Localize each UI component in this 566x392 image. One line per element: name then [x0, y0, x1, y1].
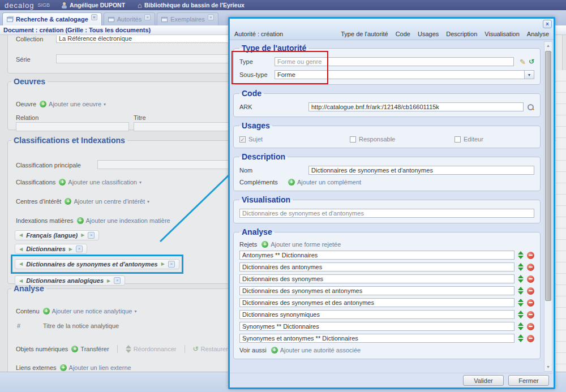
ark-input[interactable] [308, 102, 524, 111]
remove-icon[interactable] [527, 335, 534, 342]
rejet-input[interactable] [239, 298, 514, 307]
move-left-icon[interactable]: ◀ [19, 261, 23, 266]
rejet-input[interactable] [239, 310, 514, 319]
add-oeuvre-button[interactable]: + Ajouter une oeuvre ▾ [40, 101, 106, 107]
rejet-row [239, 310, 534, 319]
reorder-icon[interactable] [518, 251, 524, 259]
remove-icon[interactable] [527, 264, 534, 271]
nav-code[interactable]: Code [396, 31, 410, 37]
add-classification-button[interactable]: + Ajouter une classification ▾ [59, 179, 142, 186]
rejet-input[interactable] [239, 262, 514, 272]
tab-label: Autorités [117, 16, 142, 23]
scroll-up-icon[interactable]: ▲ [544, 42, 552, 50]
nav-description[interactable]: Description [446, 31, 477, 37]
nom-input[interactable] [308, 166, 534, 175]
checkbox-responsable[interactable]: Responsable [350, 136, 454, 143]
indexation-tag[interactable]: ◀ Français (langue) ▶ × [15, 230, 99, 240]
nav-visualisation[interactable]: Visualisation [484, 31, 520, 37]
move-right-icon[interactable]: ▶ [81, 232, 84, 238]
chevron-down-icon: ▾ [139, 180, 142, 185]
reset-undo-icon[interactable]: ↺ [529, 58, 534, 66]
rejet-input[interactable] [239, 286, 514, 295]
reorder-icon[interactable] [518, 322, 524, 330]
add-notice-analytique-button[interactable]: + Ajouter une notice analytique ▾ [43, 308, 137, 315]
tab-close-icon[interactable]: × [91, 14, 97, 20]
scrollbar-thumb[interactable] [545, 51, 551, 301]
current-user[interactable]: Angélique DUPONT [61, 2, 125, 8]
rejet-input[interactable] [239, 274, 514, 283]
nav-usages[interactable]: Usages [418, 31, 439, 37]
nav-type-autorite[interactable]: Type de l'autorité [341, 31, 388, 37]
dialog-scrollbar[interactable]: ▲ ▼ [544, 41, 552, 372]
classifications-legend: Classifications et Indexations [11, 136, 127, 145]
serie-label: Série [16, 56, 31, 63]
search-icon[interactable] [527, 104, 534, 111]
add-centre-interet-button[interactable]: + Ajouter un centre d'intérêt ▾ [65, 198, 149, 205]
reorder-icon[interactable] [518, 275, 524, 283]
remove-icon[interactable] [527, 252, 534, 259]
tab-autorites[interactable]: Autorités × [104, 12, 155, 25]
add-indexation-button[interactable]: + Ajouter une indexation matière [77, 217, 170, 224]
checkbox-checked-icon[interactable]: ✓ [239, 136, 246, 143]
remove-tag-icon[interactable]: × [76, 245, 83, 252]
add-forme-rejetee-button[interactable]: + Ajouter une forme rejetée [261, 241, 341, 248]
rejet-input[interactable] [239, 322, 514, 331]
move-left-icon[interactable]: ◀ [19, 247, 23, 252]
checkbox-sujet[interactable]: ✓ Sujet [239, 136, 350, 143]
scroll-down-icon[interactable]: ▼ [544, 363, 552, 371]
tab-exemplaires[interactable]: Exemplaires × [157, 12, 218, 25]
description-legend: Description [239, 152, 288, 161]
move-right-icon[interactable]: ▶ [69, 247, 72, 252]
dropdown-caret-icon[interactable]: ▼ [524, 70, 534, 79]
rejet-input[interactable] [239, 251, 514, 260]
sous-type-select[interactable]: ▼ [275, 70, 534, 79]
indexation-tag[interactable]: ◀ Dictionnaires ▶ × [15, 244, 87, 254]
add-autorite-associee-button[interactable]: + Ajouter une autorité associée [271, 347, 361, 354]
remove-tag-icon[interactable]: × [114, 277, 121, 284]
edit-pencil-icon[interactable]: ✎ [520, 58, 526, 66]
fermer-button[interactable]: Fermer [508, 375, 549, 386]
rejet-input[interactable] [239, 334, 514, 343]
tab-close-icon[interactable]: × [208, 14, 214, 20]
rejets-label: Rejets [239, 241, 257, 248]
remove-icon[interactable] [527, 299, 534, 307]
dialog-close-icon[interactable]: × [543, 20, 552, 28]
code-legend: Code [239, 89, 264, 98]
cascade-window-icon [7, 17, 13, 22]
add-complement-button[interactable]: + Ajouter un complément [288, 179, 361, 186]
transferer-button[interactable]: + Transférer [71, 346, 109, 352]
current-library[interactable]: ⌂ Bibliothèque du bassin de l'Eyrieux [138, 2, 245, 8]
move-left-icon[interactable]: ◀ [19, 278, 23, 283]
relation-input[interactable] [16, 122, 129, 131]
reorder-icon[interactable] [518, 311, 524, 318]
reorder-icon[interactable] [518, 263, 524, 271]
checkbox-icon[interactable] [350, 136, 356, 143]
autorite-creation-dialog: × Autorité : création Type de l'autorité… [228, 17, 555, 389]
reorder-icon[interactable] [518, 287, 524, 295]
move-left-icon[interactable]: ◀ [19, 232, 23, 238]
valider-button[interactable]: Valider [463, 375, 504, 386]
checkbox-editeur[interactable]: Editeur [454, 136, 483, 143]
sort-icon [126, 345, 131, 353]
indexation-tag-highlighted[interactable]: ◀ Dictionnaires de synonymes et d'antony… [15, 259, 179, 269]
nav-analyse[interactable]: Analyse [527, 31, 549, 37]
remove-icon[interactable] [527, 275, 534, 283]
tab-recherche-catalogage[interactable]: Recherche & catalogage × [2, 12, 102, 25]
remove-tag-icon[interactable]: × [88, 232, 95, 239]
add-lien-externe-button[interactable]: + Ajouter un lien externe [60, 364, 131, 371]
remove-icon[interactable] [527, 287, 534, 295]
reorder-icon[interactable] [518, 334, 524, 342]
tab-close-icon[interactable]: × [144, 14, 151, 20]
sous-type-value[interactable] [275, 70, 524, 79]
remove-icon[interactable] [527, 323, 534, 330]
move-right-icon[interactable]: ▶ [107, 278, 110, 283]
checkbox-icon[interactable] [454, 136, 461, 143]
remove-icon[interactable] [527, 311, 534, 318]
remove-tag-icon[interactable]: × [168, 261, 175, 268]
dialog-section-nav: Type de l'autorité Code Usages Descripti… [341, 31, 549, 37]
fieldset-usages: Usages ✓ Sujet Responsable Editeur [233, 121, 541, 148]
move-right-icon[interactable]: ▶ [161, 261, 165, 266]
fieldset-description: Description Nom Compléments + Ajouter un… [233, 152, 541, 191]
plus-icon: + [71, 346, 78, 352]
reorder-icon[interactable] [518, 299, 524, 307]
